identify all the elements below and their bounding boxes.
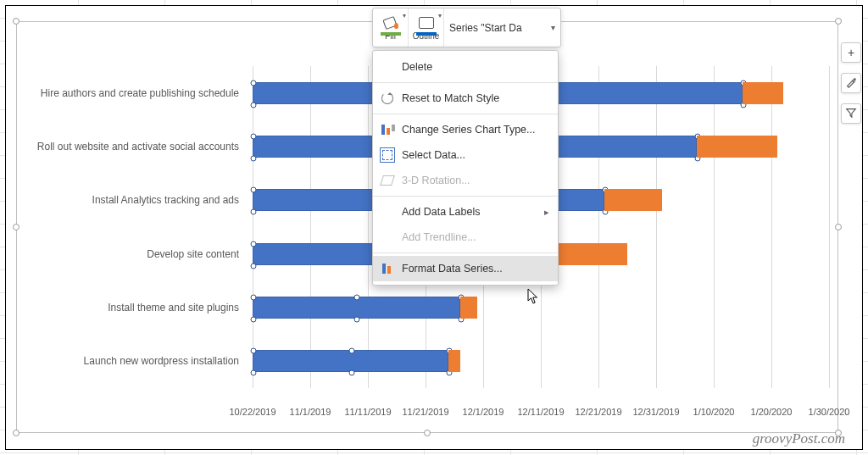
gridline: [656, 66, 657, 388]
outline-color-swatch: [416, 32, 437, 36]
resize-handle[interactable]: [424, 430, 431, 436]
outline-button[interactable]: ▾ Outline: [409, 8, 444, 47]
bar-series-start-date[interactable]: [253, 297, 460, 319]
series-selection-handle[interactable]: [251, 295, 257, 301]
bar-series-start-date[interactable]: [253, 350, 448, 372]
menu-label: Reset to Match Style: [402, 92, 499, 104]
menu-label: Format Data Series...: [402, 263, 503, 275]
resize-handle[interactable]: [835, 224, 842, 230]
menu-select-data[interactable]: Select Data...: [373, 142, 558, 168]
submenu-arrow-icon: ▸: [544, 207, 549, 218]
series-selector-label: Series "Start Da: [449, 22, 522, 34]
separator: [373, 82, 558, 83]
series-selector[interactable]: Series "Start Da ▾: [444, 8, 560, 47]
fill-button[interactable]: ▾ Fill: [373, 8, 409, 47]
menu-delete[interactable]: Delete: [373, 54, 558, 80]
resize-handle[interactable]: [13, 224, 19, 230]
funnel-icon: [845, 107, 857, 121]
menu-label: Add Trendline...: [402, 231, 476, 243]
chart-filters-button[interactable]: [841, 103, 861, 124]
series-selection-handle[interactable]: [354, 317, 360, 323]
x-tick-label: 10/22/2019: [229, 407, 275, 417]
series-selection-handle[interactable]: [251, 370, 257, 376]
category-label: Install Analytics tracking and ads: [17, 194, 244, 206]
x-tick-label: 11/11/2019: [344, 407, 391, 417]
chart-elements-button[interactable]: +: [841, 42, 861, 63]
x-tick-label: 11/1/2019: [290, 407, 331, 417]
separator: [373, 114, 558, 114]
bar-series-duration[interactable]: [697, 136, 777, 158]
menu-label: Add Data Labels: [402, 206, 480, 218]
category-label: Roll out website and activate social acc…: [17, 141, 244, 153]
x-tick-label: 12/21/2019: [575, 407, 621, 417]
bar-row: [253, 297, 829, 319]
x-axis: 10/22/201911/1/201911/11/201911/21/20191…: [253, 407, 829, 427]
menu-add-trendline: Add Trendline...: [373, 225, 558, 250]
series-selection-handle[interactable]: [251, 134, 257, 140]
x-tick-label: 11/21/2019: [402, 407, 448, 417]
menu-3d-rotation: 3-D Rotation...: [373, 168, 558, 193]
gridline: [598, 66, 599, 388]
chart-type-icon: [380, 122, 395, 137]
paint-bucket-icon: [381, 16, 400, 31]
gridline: [714, 66, 715, 388]
plus-icon: +: [848, 46, 854, 59]
menu-format-data-series[interactable]: Format Data Series...: [373, 256, 558, 281]
menu-label: Select Data...: [402, 149, 465, 161]
fill-color-swatch: [381, 32, 401, 36]
chevron-down-icon: ▾: [438, 12, 442, 19]
resize-handle[interactable]: [835, 18, 842, 25]
series-selection-handle[interactable]: [251, 241, 257, 247]
series-selection-handle[interactable]: [251, 263, 257, 269]
bar-series-duration[interactable]: [448, 350, 460, 372]
series-selection-handle[interactable]: [348, 348, 354, 354]
screenshot-border: + Hire authors and create publishing sch…: [5, 5, 863, 450]
chevron-down-icon: ▾: [551, 23, 555, 32]
series-selection-handle[interactable]: [251, 102, 257, 108]
series-selection-handle[interactable]: [348, 370, 354, 376]
reset-icon: [380, 91, 395, 106]
select-data-icon: [380, 147, 395, 163]
gridline: [368, 66, 369, 388]
chevron-down-icon: ▾: [403, 12, 406, 19]
menu-label: Change Series Chart Type...: [402, 124, 536, 136]
chart-styles-button[interactable]: [841, 73, 861, 93]
series-selection-handle[interactable]: [251, 80, 257, 86]
gridline: [829, 66, 830, 388]
series-selection-handle[interactable]: [251, 156, 257, 162]
menu-label: Delete: [402, 61, 432, 73]
context-menu: Delete Reset to Match Style Change Serie…: [372, 50, 559, 286]
series-selection-handle[interactable]: [251, 187, 257, 193]
menu-change-chart-type[interactable]: Change Series Chart Type...: [373, 117, 558, 142]
outline-icon: [417, 16, 436, 31]
x-tick-label: 12/1/2019: [463, 407, 504, 417]
x-tick-label: 12/11/2019: [517, 407, 564, 417]
bar-series-duration[interactable]: [743, 82, 783, 104]
series-selection-handle[interactable]: [251, 348, 257, 354]
format-series-icon: [380, 261, 395, 276]
menu-add-data-labels[interactable]: Add Data Labels ▸: [373, 199, 558, 225]
x-tick-label: 1/30/2020: [809, 407, 850, 417]
resize-handle[interactable]: [13, 430, 19, 436]
series-selection-handle[interactable]: [251, 317, 257, 323]
menu-label: 3-D Rotation...: [402, 175, 470, 186]
menu-reset[interactable]: Reset to Match Style: [373, 86, 558, 111]
series-selection-handle[interactable]: [251, 209, 257, 215]
paintbrush-icon: [845, 76, 857, 91]
x-tick-label: 1/20/2020: [751, 407, 793, 417]
gridline: [771, 66, 772, 388]
mini-toolbar: ▾ Fill ▾ Outline Series "Start Da ▾: [372, 8, 561, 47]
gridline: [310, 66, 311, 388]
bar-series-duration[interactable]: [460, 297, 477, 319]
bar-row: [253, 350, 829, 372]
gridline: [253, 66, 253, 388]
x-tick-label: 1/10/2020: [693, 407, 735, 417]
resize-handle[interactable]: [13, 18, 19, 25]
separator: [373, 196, 558, 197]
category-label: Hire authors and create publishing sched…: [17, 87, 244, 99]
category-label: Install theme and site plugins: [17, 302, 244, 314]
rotation-icon: [380, 173, 395, 188]
watermark: groovyPost.com: [753, 430, 845, 447]
series-selection-handle[interactable]: [354, 295, 360, 301]
bar-series-duration[interactable]: [604, 189, 662, 211]
